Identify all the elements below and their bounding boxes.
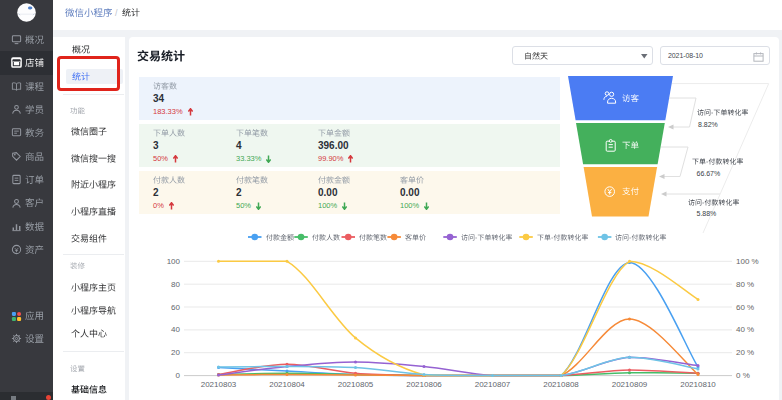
svg-text:80 %: 80 %: [736, 280, 754, 289]
svg-text:20210804: 20210804: [269, 380, 305, 389]
svg-text:100 %: 100 %: [736, 257, 759, 266]
svg-text:20210808: 20210808: [543, 380, 579, 389]
svg-text:20210809: 20210809: [612, 380, 648, 389]
svg-text:20210807: 20210807: [475, 380, 511, 389]
svg-text:0 %: 0 %: [736, 371, 750, 380]
svg-text:80: 80: [171, 280, 180, 289]
svg-text:60 %: 60 %: [736, 303, 754, 312]
svg-text:20: 20: [171, 348, 180, 357]
svg-text:20210803: 20210803: [201, 380, 237, 389]
svg-text:60: 60: [171, 303, 180, 312]
svg-text:20210806: 20210806: [406, 380, 442, 389]
svg-text:20 %: 20 %: [736, 348, 754, 357]
svg-text:0: 0: [176, 371, 181, 380]
svg-text:40 %: 40 %: [736, 325, 754, 334]
svg-text:20210805: 20210805: [338, 380, 374, 389]
svg-text:20210810: 20210810: [680, 380, 716, 389]
svg-text:40: 40: [171, 325, 180, 334]
svg-text:100: 100: [167, 257, 181, 266]
